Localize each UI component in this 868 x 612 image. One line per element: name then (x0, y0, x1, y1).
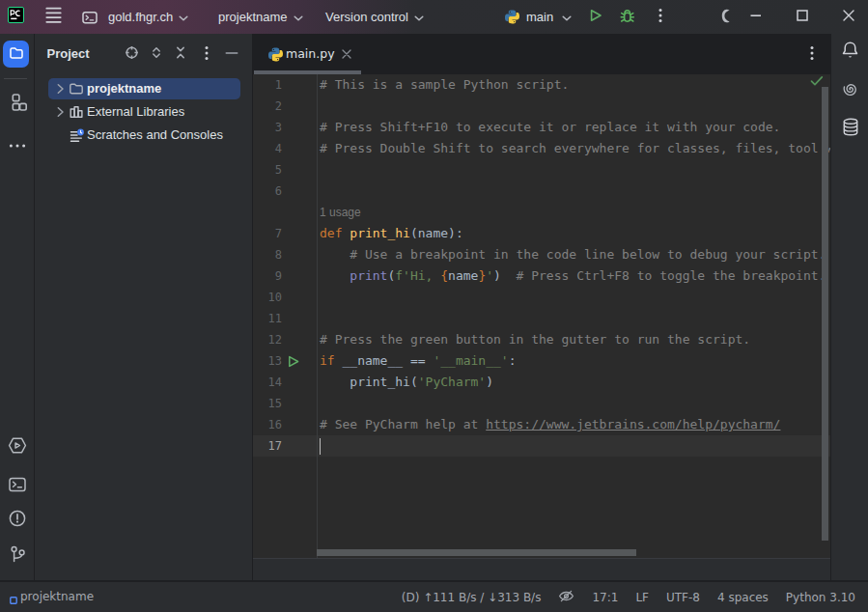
line-number: 15 (253, 393, 282, 414)
git-branch-icon (10, 545, 26, 567)
chevron-right-icon[interactable] (52, 81, 68, 97)
database-button[interactable] (831, 118, 868, 139)
locate-file-button[interactable] (124, 46, 139, 62)
code-line-10[interactable]: 10 (253, 287, 830, 308)
code-line-2[interactable]: 2 (253, 96, 830, 117)
hide-panel-button[interactable] (224, 46, 239, 62)
code-line-15[interactable]: 15 (253, 393, 830, 414)
code-line-16[interactable]: 16# See PyCharm help at https://www.jetb… (253, 414, 830, 435)
vcs-tool-button[interactable] (0, 545, 35, 567)
gutter-divider (317, 74, 318, 558)
run-configuration-selector[interactable]: main (505, 0, 572, 34)
line-number: 16 (253, 414, 282, 435)
horizontal-scrollbar[interactable] (317, 549, 636, 556)
close-button[interactable] (838, 0, 858, 34)
expand-all-button[interactable] (149, 46, 164, 62)
expand-all-icon (149, 44, 164, 64)
line-separator[interactable]: LF (627, 591, 658, 604)
chevron-right-icon[interactable] (52, 104, 68, 120)
problems-tool-button[interactable] (0, 509, 35, 530)
run-icon (588, 8, 603, 26)
code-line-4[interactable]: 4# Press Double Shift to search everywhe… (253, 138, 830, 159)
code-editor[interactable]: 1# This is a sample Python script.23# Pr… (253, 74, 830, 558)
code-line-text: print_hi('PyCharm') (320, 372, 493, 393)
crescent-icon (721, 9, 733, 26)
highlighting-level-button[interactable] (549, 589, 583, 606)
chevron-down-icon (179, 10, 188, 24)
tree-item-external-libraries[interactable]: External Libraries (36, 100, 253, 124)
pycharm-logo-glyphs (9, 8, 22, 21)
vcs-menu-label: Version control (325, 10, 408, 24)
code-line-5[interactable]: 5 (253, 159, 830, 181)
strip-divider (4, 78, 27, 79)
maximize-button[interactable] (792, 0, 812, 34)
network-traffic[interactable]: (D) ↑111 B/s / ↓313 B/s (393, 591, 550, 604)
code-line-text: # Use a breakpoint in the code line belo… (320, 244, 826, 265)
database-icon (842, 118, 859, 139)
code-line-3[interactable]: 3# Press Shift+F10 to execute it or repl… (253, 117, 830, 138)
main-menu-button[interactable] (44, 0, 62, 34)
indent-style[interactable]: 4 spaces (709, 591, 777, 604)
structure-tool-button[interactable] (0, 93, 35, 114)
code-line-17[interactable]: 17 (253, 435, 830, 457)
project-tool-button[interactable] (3, 41, 29, 68)
project-panel-title: Project (47, 46, 90, 61)
close-icon (342, 47, 351, 62)
python-logo-icon (505, 10, 519, 24)
window-tray-button[interactable] (717, 0, 737, 34)
python-interpreter[interactable]: Python 3.10 (777, 591, 864, 604)
tab-options-button[interactable] (804, 46, 820, 62)
line-number: 17 (253, 435, 282, 457)
code-line-9[interactable]: 9 print(f'Hi, {name}') # Press Ctrl+F8 t… (253, 265, 830, 287)
terminal-tool-button[interactable] (0, 475, 35, 496)
project-tree: projektnameExternal LibrariesScratches a… (36, 77, 253, 147)
editor-tab-bar: main.py (253, 34, 830, 74)
code-line-text: def print_hi(name): (320, 223, 463, 244)
usages-inlay-hint[interactable]: 1 usage (320, 202, 361, 223)
code-line-6[interactable]: 6 (253, 181, 830, 202)
minimize-button[interactable] (746, 0, 766, 34)
kebab-icon (205, 45, 209, 64)
debug-icon (619, 8, 635, 27)
caret-position[interactable]: 17:1 (583, 591, 627, 604)
debug-button[interactable] (615, 0, 638, 34)
code-line-13[interactable]: 13if __name__ == '__main__': (253, 350, 830, 372)
vcs-menu[interactable]: Version control (325, 0, 424, 34)
usages-inlay-hint-row[interactable]: 1 usage (253, 202, 830, 223)
services-tool-button[interactable] (0, 436, 35, 458)
tree-item-scratches-and-consoles[interactable]: Scratches and Consoles (36, 124, 253, 147)
run-button[interactable] (584, 0, 607, 34)
notifications-button[interactable] (831, 41, 868, 62)
line-number: 7 (253, 223, 282, 244)
code-line-1[interactable]: 1# This is a sample Python script. (253, 74, 830, 96)
code-line-11[interactable]: 11 (253, 308, 830, 329)
ai-swirl-icon (842, 80, 858, 99)
ai-assistant-button[interactable] (831, 79, 868, 100)
project-selector[interactable]: projektname (218, 0, 303, 34)
chevron-down-icon (294, 10, 303, 24)
file-encoding[interactable]: UTF-8 (658, 591, 709, 604)
panel-options-button[interactable] (199, 46, 214, 62)
more-tool-windows-button[interactable] (0, 132, 35, 153)
line-number: 6 (253, 181, 282, 202)
code-line-12[interactable]: 12# Press the green button in the gutter… (253, 329, 830, 350)
tree-item-projektname[interactable]: projektname (36, 77, 253, 100)
line-number: 13 (253, 350, 282, 372)
collapse-all-button[interactable] (173, 46, 188, 62)
line-number: 14 (253, 372, 282, 393)
project-panel-header: Project (36, 34, 253, 74)
code-line-7[interactable]: 7def print_hi(name): (253, 223, 830, 244)
code-line-14[interactable]: 14 print_hi('PyCharm') (253, 372, 830, 393)
more-actions-button[interactable] (651, 0, 670, 34)
inspections-ok-icon[interactable] (810, 75, 824, 87)
run-line-icon[interactable] (288, 355, 299, 367)
pycharm-window: gold.fhgr.ch projektname Version control… (0, 0, 868, 612)
collapse-all-icon (173, 44, 188, 64)
text-caret (320, 438, 322, 455)
remote-host-selector[interactable]: gold.fhgr.ch (82, 0, 188, 34)
tab-close-button[interactable] (340, 47, 353, 61)
vertical-scrollbar[interactable] (822, 87, 828, 541)
status-project-name[interactable]: projektname (20, 582, 94, 612)
folder-icon (9, 45, 24, 64)
code-line-8[interactable]: 8 # Use a breakpoint in the code line be… (253, 244, 830, 265)
